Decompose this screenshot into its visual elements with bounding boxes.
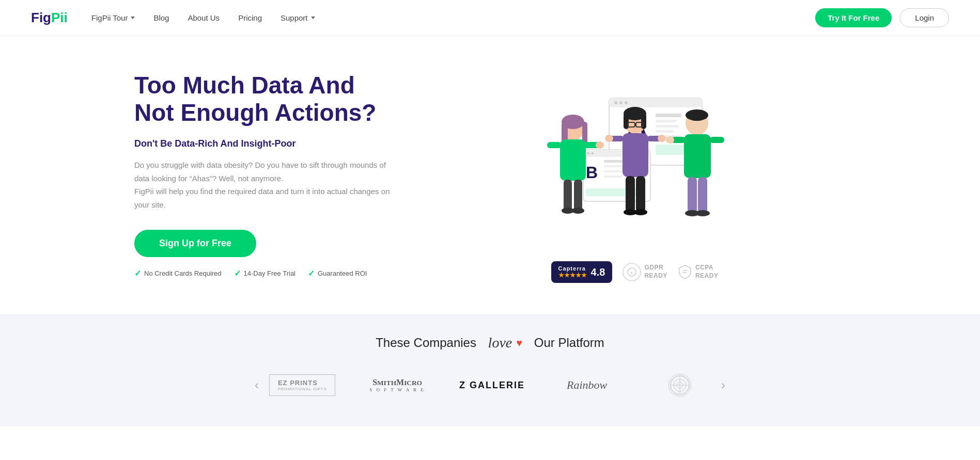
ez-prints-logo: EZ PRINTS promotional gifts bbox=[269, 374, 335, 396]
signup-button[interactable]: Sign Up for Free bbox=[134, 230, 256, 257]
svg-text:B: B bbox=[586, 163, 598, 182]
companies-carousel: ‹ EZ PRINTS promotional gifts SMITHMICRO… bbox=[0, 370, 980, 401]
check-free-trial: ✓ 14-Day Free Trial bbox=[234, 268, 295, 278]
list-item: Rainbow bbox=[556, 370, 618, 401]
try-free-button[interactable]: Try It For Free bbox=[815, 8, 892, 27]
ccpa-badge: CCPA READY bbox=[678, 264, 719, 280]
check-guaranteed-roi: ✓ Guaranteed ROI bbox=[308, 268, 367, 278]
smith-micro-logo: SMITHMICRO S O F T W A R E bbox=[369, 377, 425, 393]
list-item: EZ PRINTS promotional gifts bbox=[269, 370, 335, 401]
hero-section: Too Much Data And Not Enough Actions? Do… bbox=[0, 36, 980, 314]
svg-rect-54 bbox=[710, 137, 724, 143]
svg-point-44 bbox=[605, 135, 613, 142]
svg-point-2 bbox=[614, 101, 617, 104]
svg-point-3 bbox=[619, 101, 623, 104]
svg-point-59 bbox=[695, 210, 710, 216]
list-item bbox=[649, 370, 711, 401]
svg-rect-6 bbox=[656, 114, 681, 117]
logo[interactable]: FigPii bbox=[31, 10, 68, 26]
carousel-next-button[interactable]: › bbox=[711, 373, 736, 398]
circle-brand-logo bbox=[668, 374, 691, 396]
hero-subtitle: Don't Be Data-Rich And Insight-Poor bbox=[134, 138, 393, 149]
hero-body: Do you struggle with data obesity? Do yo… bbox=[134, 158, 393, 211]
hero-title: Too Much Data And Not Enough Actions? bbox=[134, 72, 393, 126]
svg-rect-27 bbox=[547, 142, 562, 148]
svg-rect-46 bbox=[626, 176, 635, 212]
nav-support[interactable]: Support bbox=[272, 9, 323, 26]
chevron-down-icon bbox=[311, 17, 315, 19]
svg-rect-9 bbox=[656, 130, 674, 133]
companies-heading: These Companies love ♥ Our Platform bbox=[0, 335, 980, 351]
nav-blog[interactable]: Blog bbox=[145, 9, 177, 26]
svg-rect-56 bbox=[688, 177, 697, 213]
list-item: SMITHMICRO S O F T W A R E bbox=[366, 370, 428, 401]
list-item: Z GALLERIE bbox=[459, 370, 525, 401]
badges-row: Capterra ★★★★★ 4.8 ✦ GDPR READY bbox=[551, 261, 719, 283]
svg-point-49 bbox=[634, 209, 647, 215]
nav-pricing[interactable]: Pricing bbox=[230, 9, 270, 26]
nav-figpii-tour[interactable]: FigPii Tour bbox=[83, 9, 144, 26]
nav-links: FigPii Tour Blog About Us Pricing Suppor… bbox=[83, 9, 815, 26]
hero-illustration: A B bbox=[537, 67, 733, 253]
love-heart-icon: ♥ bbox=[516, 337, 522, 349]
check-no-credit-card: ✓ No Credit Cards Required bbox=[134, 268, 222, 278]
hero-checks: ✓ No Credit Cards Required ✓ 14-Day Free… bbox=[134, 268, 393, 278]
svg-point-14 bbox=[587, 152, 589, 155]
capterra-score: 4.8 bbox=[591, 266, 605, 278]
svg-point-55 bbox=[666, 136, 674, 144]
carousel-prev-button[interactable]: ‹ bbox=[244, 373, 269, 398]
svg-rect-52 bbox=[684, 134, 711, 178]
svg-point-45 bbox=[658, 135, 666, 142]
svg-point-4 bbox=[625, 101, 628, 104]
navbar: FigPii FigPii Tour Blog About Us Pricing… bbox=[0, 0, 980, 36]
svg-rect-1 bbox=[609, 98, 702, 107]
logo-fig: Fig bbox=[31, 10, 51, 26]
love-script: love bbox=[488, 335, 512, 351]
svg-rect-57 bbox=[698, 177, 707, 213]
hero-right: A B bbox=[393, 67, 877, 283]
login-button[interactable]: Login bbox=[900, 8, 949, 27]
hero-left: Too Much Data And Not Enough Actions? Do… bbox=[134, 72, 393, 279]
ccpa-shield-icon bbox=[678, 264, 692, 280]
svg-rect-30 bbox=[564, 180, 572, 211]
checkmark-icon: ✓ bbox=[234, 268, 241, 278]
svg-point-51 bbox=[686, 109, 708, 121]
svg-point-15 bbox=[591, 152, 594, 155]
capterra-badge: Capterra ★★★★★ 4.8 bbox=[551, 261, 613, 283]
rainbow-logo: Rainbow bbox=[567, 378, 607, 392]
chevron-down-icon bbox=[131, 17, 135, 19]
svg-rect-18 bbox=[604, 165, 625, 167]
svg-rect-47 bbox=[636, 176, 645, 212]
nav-about-us[interactable]: About Us bbox=[179, 9, 228, 26]
gdpr-badge: ✦ GDPR READY bbox=[623, 263, 667, 281]
svg-rect-7 bbox=[656, 120, 676, 122]
companies-section: These Companies love ♥ Our Platform ‹ EZ… bbox=[0, 314, 980, 426]
checkmark-icon: ✓ bbox=[134, 268, 141, 278]
svg-point-29 bbox=[596, 141, 604, 149]
zgallerie-logo: Z GALLERIE bbox=[459, 380, 525, 391]
svg-rect-8 bbox=[656, 125, 679, 128]
gdpr-circle-icon: ✦ bbox=[623, 263, 641, 281]
nav-right: Try It For Free Login bbox=[815, 8, 949, 27]
svg-rect-41 bbox=[623, 133, 648, 177]
logo-pii: Pii bbox=[51, 10, 68, 26]
svg-rect-31 bbox=[574, 180, 582, 211]
checkmark-icon: ✓ bbox=[308, 268, 315, 278]
company-logos: EZ PRINTS promotional gifts SMITHMICRO S… bbox=[269, 370, 711, 401]
svg-rect-20 bbox=[604, 176, 622, 178]
svg-text:✦: ✦ bbox=[631, 272, 634, 275]
svg-point-33 bbox=[572, 208, 584, 214]
